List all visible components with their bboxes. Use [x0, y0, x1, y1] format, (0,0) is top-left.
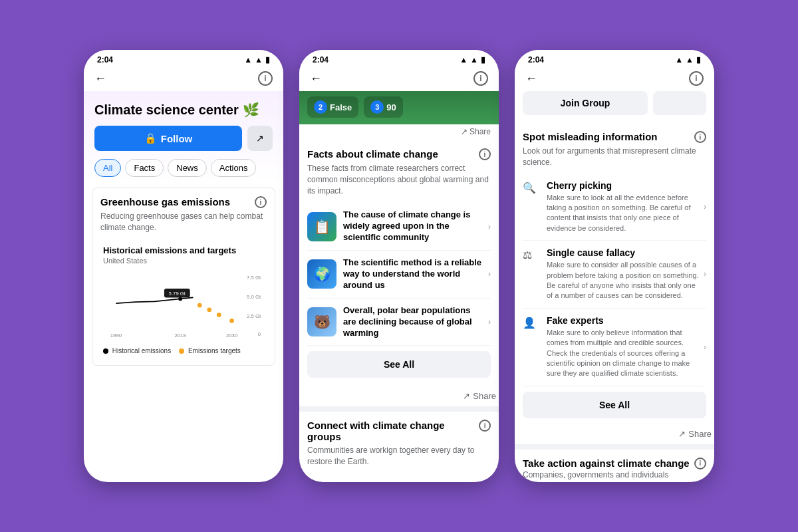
- follow-button[interactable]: 🔒 Follow: [94, 126, 242, 151]
- phone-3: 2:04 ▲ ▲ ▮ ← i Join Group Spot misleadin…: [515, 50, 714, 482]
- signal-icon-3: ▲: [675, 55, 683, 65]
- lock-icon: 🔒: [144, 132, 157, 144]
- info-button-1[interactable]: i: [258, 71, 273, 86]
- num-badge-2: 2: [314, 100, 327, 114]
- green-right-card: 3 90: [364, 96, 402, 118]
- spot-info[interactable]: i: [694, 131, 706, 143]
- svg-text:2030: 2030: [226, 332, 237, 338]
- svg-text:1990: 1990: [110, 332, 122, 338]
- battery-icon-3: ▮: [696, 55, 701, 65]
- share-row-top: ↗ Share: [299, 124, 499, 140]
- signal-icon-2: ▲: [460, 55, 467, 65]
- tab-actions[interactable]: Actions: [211, 159, 257, 177]
- spot-section: Spot misleading information i Look out f…: [515, 123, 714, 429]
- fake-experts-title: Fake experts: [547, 315, 700, 326]
- signal-icon: ▲: [244, 55, 252, 65]
- status-icons-2: ▲ ▲ ▮: [460, 55, 485, 65]
- fact-text-3: Overall, polar bear populations are decl…: [343, 305, 484, 339]
- take-action-section: Take action against climate change i Com…: [515, 444, 714, 482]
- facts-section: Facts about climate change i These facts…: [299, 140, 499, 391]
- share-row-3[interactable]: ↗ Share: [515, 429, 714, 444]
- svg-point-13: [229, 319, 234, 323]
- spot-desc: Look out for arguments that misrepresent…: [523, 146, 706, 168]
- cherry-picking-title: Cherry picking: [547, 180, 700, 191]
- cherry-picking-body: Cherry picking Make sure to look at all …: [547, 180, 700, 234]
- fact-text-2: The scientific method is a reliable way …: [343, 257, 484, 291]
- share-icon-1: ↗: [256, 133, 264, 144]
- spot-title-row: Spot misleading information i: [523, 131, 706, 143]
- connect-title-row: Connect with climate change groups i: [307, 420, 491, 442]
- time-3: 2:04: [528, 55, 544, 65]
- nav-1: ← i: [84, 67, 283, 91]
- svg-point-11: [207, 307, 211, 312]
- svg-text:2.5 Gt: 2.5 Gt: [247, 313, 261, 319]
- legend-targets: Emissions targets: [179, 347, 241, 354]
- facts-title: Facts about climate change: [307, 148, 438, 160]
- emissions-card: Greenhouse gas emissions i Reducing gree…: [92, 188, 275, 366]
- svg-text:2018: 2018: [175, 332, 186, 338]
- share-button-top[interactable]: ↗ Share: [461, 127, 491, 136]
- spot-title: Spot misleading information: [523, 131, 658, 142]
- status-bar-1: 2:04 ▲ ▲ ▮: [84, 50, 283, 67]
- fact-icon-img-2: 🌍: [314, 266, 331, 282]
- facts-info[interactable]: i: [479, 148, 491, 160]
- chevron-cherry: ›: [704, 202, 706, 211]
- emissions-info[interactable]: i: [255, 196, 267, 208]
- share-button-1[interactable]: ↗: [247, 126, 273, 151]
- back-button-3[interactable]: ←: [525, 72, 537, 86]
- emissions-title: Greenhouse gas emissions: [100, 196, 230, 207]
- see-all-button-2[interactable]: See All: [307, 351, 491, 378]
- fake-experts-body: Fake experts Make sure to only believe i…: [547, 315, 700, 379]
- tab-row: All Facts News Actions: [94, 159, 273, 177]
- take-action-info[interactable]: i: [694, 458, 706, 469]
- chevron-1: ›: [488, 222, 491, 231]
- svg-point-10: [198, 303, 202, 307]
- fact-icon-img-3: 🐻: [314, 314, 331, 330]
- legend-historical: Historical emissions: [103, 347, 171, 354]
- back-button-1[interactable]: ←: [94, 72, 106, 86]
- phone1-content: Climate science center 🌿 🔒 Follow ↗ All …: [84, 91, 283, 482]
- chevron-single: ›: [704, 269, 706, 279]
- chart-title: Historical emissions and targets: [103, 245, 264, 255]
- tab-news[interactable]: News: [168, 159, 207, 177]
- join-group-row: Join Group: [515, 91, 714, 123]
- share-row-bottom[interactable]: ↗ Share: [299, 391, 499, 406]
- info-button-3[interactable]: i: [689, 71, 704, 86]
- tab-facts[interactable]: Facts: [125, 159, 164, 177]
- emissions-title-row: Greenhouse gas emissions i: [100, 196, 267, 208]
- cherry-picking-item[interactable]: 🔍 Cherry picking Make sure to look at al…: [523, 174, 706, 241]
- take-action-title-row: Take action against climate change i: [523, 458, 706, 469]
- phone1-header: Climate science center 🌿 🔒 Follow ↗ All …: [84, 91, 283, 182]
- wifi-icon-2: ▲: [470, 55, 478, 65]
- single-cause-item[interactable]: ⚖ Single cause fallacy Make sure to cons…: [523, 241, 706, 309]
- nav-2: ← i: [299, 67, 499, 91]
- take-action-desc: Companies, governments and individuals: [523, 469, 706, 481]
- chevron-2: ›: [488, 269, 491, 279]
- connect-info[interactable]: i: [479, 420, 491, 432]
- status-icons-3: ▲ ▲ ▮: [675, 55, 701, 65]
- person-icon: 👤: [523, 317, 541, 379]
- fact-item-1[interactable]: 📋 The cause of climate change is widely …: [307, 203, 491, 251]
- take-action-title: Take action against climate change: [523, 458, 690, 469]
- chart-svg: 7.5 Gt 5.0 Gt 2.5 Gt 0 1990 2018 2030: [103, 270, 264, 343]
- share-icon-top: ↗: [461, 127, 467, 136]
- fake-experts-item[interactable]: 👤 Fake experts Make sure to only believe…: [523, 309, 706, 386]
- connect-title: Connect with climate change groups: [307, 420, 479, 442]
- connect-desc: Communities are workign together every d…: [307, 445, 491, 467]
- false-card: 2 False: [307, 96, 358, 118]
- placeholder-btn: [653, 91, 706, 115]
- back-button-2[interactable]: ←: [310, 72, 322, 86]
- join-group-button[interactable]: Join Group: [523, 91, 648, 115]
- facts-desc: These facts from climate researchers cor…: [307, 163, 491, 196]
- phone-1: 2:04 ▲ ▲ ▮ ← i Climate science center 🌿 …: [84, 50, 283, 482]
- see-all-button-3[interactable]: See All: [523, 392, 706, 418]
- fact-item-3[interactable]: 🐻 Overall, polar bear populations are de…: [307, 299, 491, 346]
- svg-text:7.5 Gt: 7.5 Gt: [247, 275, 261, 281]
- fact-item-2[interactable]: 🌍 The scientific method is a reliable wa…: [307, 251, 491, 299]
- tab-all[interactable]: All: [94, 159, 121, 177]
- search-icon: 🔍: [523, 182, 541, 234]
- status-bar-2: 2:04 ▲ ▲ ▮: [299, 50, 499, 67]
- fact-icon-1: 📋: [307, 212, 336, 241]
- info-button-2[interactable]: i: [473, 71, 488, 86]
- fact-text-1: The cause of climate change is widely ag…: [343, 209, 484, 243]
